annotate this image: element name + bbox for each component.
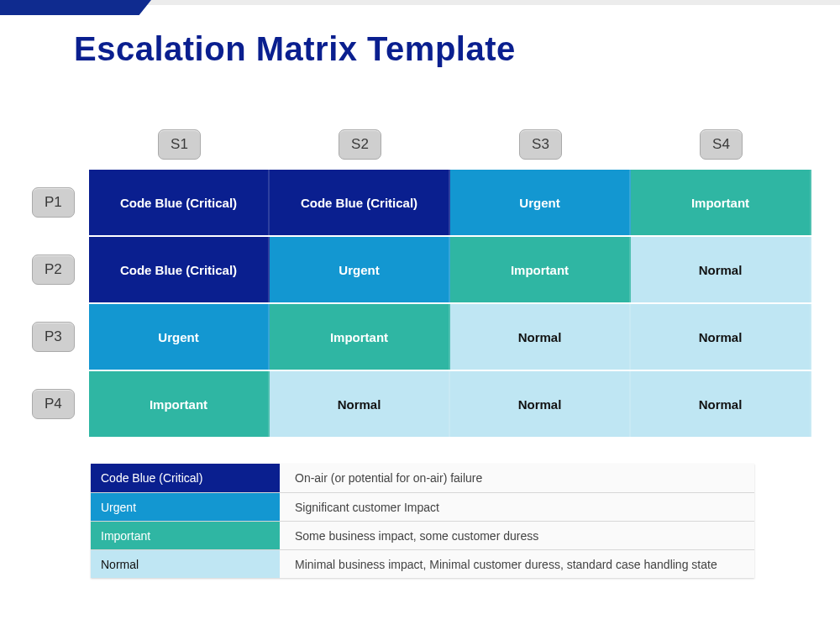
legend-key: Urgent [91,493,280,521]
matrix-cell: Normal [631,371,811,437]
priority-header-p3: P3 [32,322,75,352]
legend-row: Code Blue (Critical)On-air (or potential… [91,464,754,492]
legend-key: Normal [91,550,280,578]
matrix-cell: Normal [631,304,811,370]
matrix-row: P3UrgentImportantNormalNormal [32,304,813,370]
matrix-row: P1Code Blue (Critical)Code Blue (Critica… [32,170,813,235]
legend-table: Code Blue (Critical)On-air (or potential… [91,464,754,578]
legend-row: ImportantSome business impact, some cust… [91,521,754,549]
matrix-cell: Normal [450,304,631,370]
matrix-cell: Urgent [450,170,631,235]
legend-row: NormalMinimal business impact, Minimal c… [91,549,754,578]
priority-header-p4: P4 [32,389,75,419]
escalation-matrix: S1S2S3S4 P1Code Blue (Critical)Code Blue… [32,129,813,438]
matrix-cell: Important [89,371,270,437]
page-title: Escalation Matrix Template [74,30,516,68]
severity-header-s3: S3 [519,129,562,160]
legend-key: Important [91,522,280,549]
legend-row: UrgentSignificant customer Impact [91,492,754,521]
severity-header-row: S1S2S3S4 [89,129,813,160]
legend-desc: Some business impact, some customer dure… [280,522,754,549]
matrix-cell: Important [450,237,631,302]
legend-desc: On-air (or potential for on-air) failure [280,464,754,492]
matrix-cell: Urgent [270,237,450,302]
matrix-cell: Normal [450,371,631,437]
matrix-row: P2Code Blue (Critical)UrgentImportantNor… [32,237,813,302]
legend-desc: Significant customer Impact [280,493,754,521]
matrix-cell: Code Blue (Critical) [89,237,270,302]
matrix-cell: Code Blue (Critical) [270,170,450,235]
matrix-cell: Normal [270,371,450,437]
legend-key: Code Blue (Critical) [91,464,280,492]
matrix-body: P1Code Blue (Critical)Code Blue (Critica… [32,170,813,437]
matrix-row: P4ImportantNormalNormalNormal [32,371,813,437]
priority-header-p2: P2 [32,255,75,285]
matrix-cell: Urgent [89,304,270,370]
severity-header-s4: S4 [700,129,743,160]
legend-desc: Minimal business impact, Minimal custome… [280,550,754,578]
matrix-cell: Code Blue (Critical) [89,170,270,235]
severity-header-s1: S1 [158,129,201,160]
matrix-cell: Important [270,304,450,370]
priority-header-p1: P1 [32,187,75,218]
matrix-cell: Important [631,170,811,235]
corner-accent [0,0,151,15]
matrix-cell: Normal [631,237,811,302]
severity-header-s2: S2 [339,129,381,160]
